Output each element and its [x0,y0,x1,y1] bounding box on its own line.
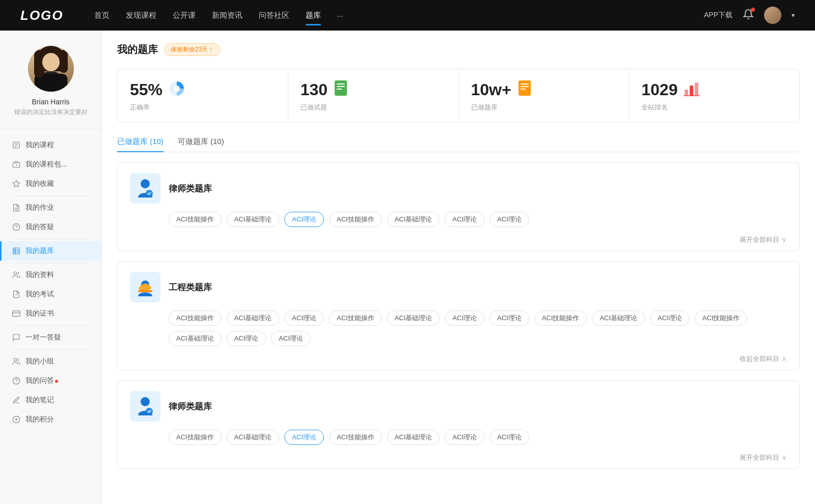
svg-rect-9 [13,248,19,254]
stats-row: 55% 正确率 130 已做试题 10w+ 已做题 [117,69,800,123]
bank-tag[interactable]: ACI理论 [490,311,529,326]
expand-link[interactable]: 展开全部科目 ∨ [740,235,787,244]
navbar-logo[interactable]: LOGO [20,8,64,23]
bank-tag[interactable]: ACI理论 [445,430,484,445]
sidebar-item-我的笔记[interactable]: 我的笔记 [0,390,101,410]
bank-card-footer: 展开全部科目 ∨ [118,453,799,468]
navbar-link[interactable]: 题库 [306,9,321,22]
banks-container: 律师类题库 ACI技能操作ACI基础理论ACI理论ACI技能操作ACI基础理论A… [117,162,800,469]
stat-top: 55% [130,79,276,100]
bank-tag[interactable]: ACI技能操作 [329,311,382,326]
notification-dot [751,8,755,12]
bank-tag[interactable]: ACI技能操作 [695,311,748,326]
bank-tag[interactable]: ACI技能操作 [169,311,222,326]
sidebar-item-一对一答疑[interactable]: 一对一答疑 [0,328,101,347]
doc-green-icon [333,79,349,98]
sidebar-item-我的答疑[interactable]: 我的答疑 [0,217,101,237]
svg-rect-35 [695,82,698,96]
bank-tag[interactable]: ACI理论 [284,430,324,445]
sidebar-item-我的考试[interactable]: 我的考试 [0,285,101,304]
bank-tag[interactable]: ACI技能操作 [169,430,222,445]
sidebar-item-我的课程包...[interactable]: 我的课程包... [0,155,101,174]
bank-title: 律师类题库 [169,401,212,412]
bank-tag[interactable]: ACI理论 [650,311,690,326]
bank-tag[interactable]: ACI理论 [490,430,529,445]
stat-top: 130 [301,79,446,100]
sidebar-label: 我的答疑 [25,222,54,232]
navbar-link[interactable]: 首页 [94,9,110,22]
bank-tag[interactable]: ACI基础理论 [592,311,645,326]
sidebar-icon [12,160,20,169]
bank-tag[interactable]: ACI理论 [445,311,484,326]
unread-dot [55,380,58,383]
bank-tag[interactable]: ACI技能操作 [169,212,222,227]
sidebar: Brian Harris 错误的决定比没有决定要好 我的课程 我的课程包... … [0,31,102,504]
svg-rect-34 [690,86,693,96]
sidebar-item-我的题库[interactable]: 我的题库 [0,241,101,261]
page-header: 我的题库 体验剩余23天！ [117,43,800,57]
stat-icon [168,79,186,100]
notification-bell[interactable] [743,9,754,22]
navbar-right: APP下载 ▾ [704,7,795,24]
bank-tag[interactable]: ACI基础理论 [227,311,280,326]
sidebar-label: 我的作业 [25,203,54,212]
bank-card-header: 工程类题库 [118,262,799,311]
main-content: 我的题库 体验剩余23天！ 55% 正确率 130 已做试题 [102,31,815,504]
sidebar-item-我的积分[interactable]: 我的积分 [0,410,101,429]
lawyer-icon [134,177,156,200]
bank-tag[interactable]: ACI理论 [445,212,484,227]
stat-top: 10w+ [471,79,617,100]
stat-item-3: 1029 全站排名 [629,69,799,122]
navbar-links: 首页发现课程公开课新闻资讯问答社区题库··· [94,9,704,22]
bank-tag[interactable]: ACI技能操作 [329,212,382,227]
svg-rect-25 [335,80,347,96]
user-avatar[interactable] [764,7,781,24]
user-menu-chevron[interactable]: ▾ [792,12,795,19]
sidebar-item-我的小组[interactable]: 我的小组 [0,352,101,371]
bank-tag[interactable]: ACI基础理论 [227,212,280,227]
bank-tag[interactable]: ACI理论 [490,212,529,227]
sidebar-item-我的资料[interactable]: 我的资料 [0,265,101,285]
tab-item[interactable]: 已做题库 (10) [117,137,164,152]
navbar-link[interactable]: ··· [337,9,344,22]
bank-card-0: 律师类题库 ACI技能操作ACI基础理论ACI理论ACI技能操作ACI基础理论A… [117,162,800,251]
navbar-link[interactable]: 问答社区 [259,9,289,22]
sidebar-item-我的问答[interactable]: 我的问答 [0,371,101,390]
navbar-link[interactable]: 新闻资讯 [212,9,242,22]
bank-tag[interactable]: ACI技能操作 [329,430,382,445]
bank-tag[interactable]: ACI基础理论 [227,430,280,445]
bank-tag[interactable]: ACI理论 [284,311,324,326]
sidebar-icon [12,204,20,212]
sidebar-label: 我的证书 [25,309,54,318]
bank-tag[interactable]: ACI理论 [271,331,311,346]
bank-tag[interactable]: ACI理论 [284,212,324,227]
stat-label: 已做题库 [471,103,617,112]
bank-tag[interactable]: ACI理论 [227,331,266,346]
bank-tag[interactable]: ACI基础理论 [387,311,440,326]
svg-point-36 [141,179,150,188]
sidebar-item-我的证书[interactable]: 我的证书 [0,304,101,323]
svg-rect-26 [337,83,345,85]
bank-icon [130,391,160,422]
tab-item[interactable]: 可做题库 (10) [178,137,224,152]
navbar-link[interactable]: 公开课 [173,9,196,22]
bank-tag[interactable]: ACI基础理论 [387,212,440,227]
expand-link[interactable]: 展开全部科目 ∨ [740,453,787,462]
sidebar-item-我的收藏[interactable]: 我的收藏 [0,174,101,193]
svg-rect-30 [521,83,529,85]
bank-tag[interactable]: ACI基础理论 [169,331,222,346]
sidebar-item-我的课程[interactable]: 我的课程 [0,135,101,155]
app-download-button[interactable]: APP下载 [704,11,732,20]
page-layout: Brian Harris 错误的决定比没有决定要好 我的课程 我的课程包... … [0,31,815,504]
avatar [28,46,74,92]
stat-label: 全站排名 [641,103,787,112]
sidebar-icon [12,415,20,424]
bank-tag[interactable]: ACI基础理论 [387,430,440,445]
pie-chart-icon [168,79,186,98]
navbar-link[interactable]: 发现课程 [126,9,156,22]
expand-link[interactable]: 收起全部科目 ∧ [740,354,787,363]
sidebar-item-我的作业[interactable]: 我的作业 [0,198,101,217]
svg-rect-29 [519,80,531,96]
sidebar-icon [12,271,20,279]
bank-tag[interactable]: ACI技能操作 [534,311,587,326]
